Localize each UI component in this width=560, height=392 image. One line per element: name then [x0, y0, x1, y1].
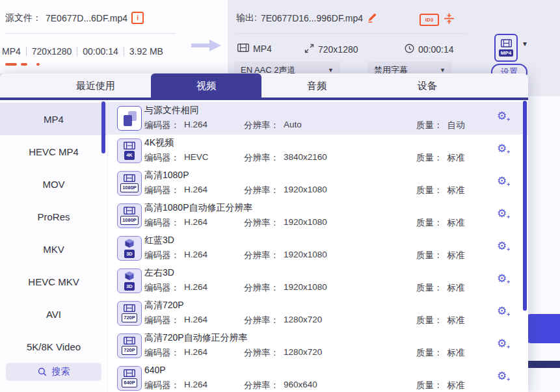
encoder-field: 编码器：H.264 [144, 282, 207, 294]
customize-gear-icon[interactable]: ⚙ [497, 143, 507, 154]
preset-title: 与源文件相同 [144, 105, 199, 116]
output-format-button[interactable]: MP4 [494, 34, 518, 62]
customize-gear-icon[interactable]: ⚙ [497, 176, 507, 187]
format-list: 与源文件相同编码器：H.264分辨率：Auto质量：自动⚙4K4K视频编码器：H… [108, 100, 528, 392]
preset-title: 左右3D [144, 267, 174, 279]
format-row-4k[interactable]: 4K4K视频编码器：HEVC分辨率：3840x2160质量：标准⚙ [108, 135, 528, 167]
source-to-output-arrow-icon [190, 38, 222, 56]
format-row-720p[interactable]: 720P高清720P自动修正分辨率编码器：H.264分辨率：1280x720质量… [108, 330, 528, 362]
film-icon: 640P [117, 366, 142, 391]
chevron-down-icon: ▼ [440, 67, 446, 73]
format-row-1080p[interactable]: 1080P高清1080P自动修正分辨率编码器：H.264分辨率：1920x108… [108, 200, 528, 232]
customize-gear-icon[interactable]: ⚙ [497, 241, 507, 252]
info-icon[interactable]: i [131, 12, 144, 24]
resolution-field: 分辨率：1920x1080 [244, 250, 327, 261]
encoder-field: 编码器：H.264 [144, 185, 207, 196]
equalizer-icon[interactable] [444, 13, 455, 27]
sidebar-scrollbar[interactable] [101, 101, 105, 153]
resolution-field: 分辨率：1920x1080 [244, 217, 327, 229]
source-format: MP4 [2, 46, 21, 57]
resolution-field: 分辨率：Auto [244, 120, 302, 131]
quality-field: 质量：标准 [416, 315, 465, 326]
quality-field: 质量：标准 [416, 282, 465, 294]
output-format: MP4 [253, 44, 272, 54]
search-button[interactable]: 搜索 [6, 363, 101, 381]
format-row-1080p[interactable]: 1080P高清1080P编码器：H.264分辨率：1920x1080质量：标准⚙ [108, 167, 528, 200]
customize-gear-icon[interactable]: ⚙ [497, 111, 507, 122]
id3-tag-icon[interactable]: ID3 [420, 14, 439, 26]
sidebar-item-hevc-mkv[interactable]: HEVC MKV [0, 265, 107, 298]
sidebar-item-hevc-mp4[interactable]: HEVC MP4 [0, 135, 107, 168]
source-meta: MP4 720x1280 00:00:14 3.92 MB [2, 46, 163, 57]
quality-field: 质量：标准 [416, 185, 465, 196]
encoder-field: 编码器：HEVC [144, 152, 209, 164]
format-badge: 3D [124, 250, 135, 259]
format-badge: 720P [122, 313, 138, 322]
format-row-3d[interactable]: 3D红蓝3D编码器：H.264分辨率：1920x1080质量：标准⚙ [108, 232, 528, 265]
film-icon [501, 39, 512, 47]
source-panel [0, 0, 228, 73]
quality-field: 质量：标准 [416, 250, 465, 261]
format-row-720p[interactable]: 720P高清720P编码器：H.264分辨率：1280x720质量：标准⚙ [108, 297, 528, 330]
film-icon: 1080P [117, 171, 142, 196]
resolution-field: 分辨率：1920x1080 [244, 185, 327, 196]
encoder-field: 编码器：H.264 [144, 347, 207, 359]
output-divider [235, 33, 467, 34]
tab-audio[interactable]: 音频 [261, 73, 372, 98]
sidebar-item-mkv[interactable]: MKV [0, 233, 107, 265]
search-icon [38, 367, 47, 376]
film-icon: 720P [117, 333, 142, 358]
format-badge: 640P [122, 378, 138, 387]
film-icon: 4K [117, 138, 142, 163]
format-badge: MP4 [499, 49, 513, 57]
quality-field: 质量：标准 [416, 347, 465, 359]
sidebar-item-prores[interactable]: ProRes [0, 200, 107, 233]
format-badge: 1080P [120, 183, 139, 192]
output-filename: 7E0677D16...996DF.mp4 [261, 13, 363, 23]
format-row-3d[interactable]: 3D左右3D编码器：H.264分辨率：1920x1080质量：标准⚙ [108, 265, 528, 297]
popup-tabbar: 最近使用视频音频设备 [0, 73, 528, 98]
source-file-label: 源文件： [5, 12, 42, 24]
customize-gear-icon[interactable]: ⚙ [497, 306, 507, 317]
sidebar-item-mp4[interactable]: MP4 [0, 103, 107, 135]
format-picker-popup: 最近使用视频音频设备 MP4HEVC MP4MOVProResMKVHEVC M… [0, 73, 528, 392]
quality-field: 质量：标准 [416, 217, 465, 229]
customize-gear-icon[interactable]: ⚙ [497, 338, 507, 349]
resolution-expand-icon [304, 44, 314, 55]
quality-field: 质量：自动 [416, 120, 465, 131]
sidebar-item-5k-8k-video[interactable]: 5K/8K Video [0, 330, 107, 363]
output-file-label: 输出: [236, 12, 257, 24]
sidebar-item-avi[interactable]: AVI [0, 298, 107, 330]
encoder-field: 编码器：H.264 [144, 250, 207, 261]
output-resolution: 720x1280 [318, 44, 358, 55]
preset-title: 高清720P [144, 300, 184, 311]
format-badge: 3D [124, 282, 135, 291]
format-badge: 1080P [120, 216, 139, 225]
format-row-item[interactable]: 与源文件相同编码器：H.264分辨率：Auto质量：自动⚙ [108, 102, 528, 135]
tab-video[interactable]: 视频 [151, 73, 261, 98]
clipped-text-fragment [21, 63, 27, 66]
list-scrollbar[interactable] [523, 101, 527, 311]
resolution-field: 分辨率：960x640 [244, 380, 317, 391]
resolution-field: 分辨率：1280x720 [244, 347, 322, 359]
rename-pencil-icon[interactable] [367, 12, 378, 25]
popup-sidebar-items: MP4HEVC MP4MOVProResMKVHEVC MKVAVI5K/8K … [0, 103, 107, 363]
customize-gear-icon[interactable]: ⚙ [497, 371, 507, 382]
customize-gear-icon[interactable]: ⚙ [497, 273, 507, 284]
resolution-field: 分辨率：1280x720 [244, 315, 322, 326]
tab-recently-used[interactable]: 最近使用 [40, 73, 151, 98]
clipped-text-fragment [5, 63, 17, 66]
source-filename: 7E0677D...6DF.mp4 [46, 13, 127, 23]
3d-cube-icon: 3D [117, 268, 142, 293]
output-duration: 00:00:14 [418, 44, 454, 55]
convert-button-fragment[interactable] [524, 314, 560, 343]
clock-icon [405, 44, 414, 55]
tab-device[interactable]: 设备 [372, 73, 483, 98]
search-label: 搜索 [52, 366, 70, 378]
resolution-field: 分辨率：1920x1080 [244, 282, 327, 294]
format-row-640p[interactable]: 640P640P编码器：H.264分辨率：960x640质量：标准⚙ [108, 362, 528, 392]
film-icon: 1080P [117, 203, 142, 228]
customize-gear-icon[interactable]: ⚙ [497, 208, 507, 219]
sidebar-item-mov[interactable]: MOV [0, 168, 107, 200]
format-dropdown-caret-icon[interactable]: ▼ [522, 40, 528, 47]
